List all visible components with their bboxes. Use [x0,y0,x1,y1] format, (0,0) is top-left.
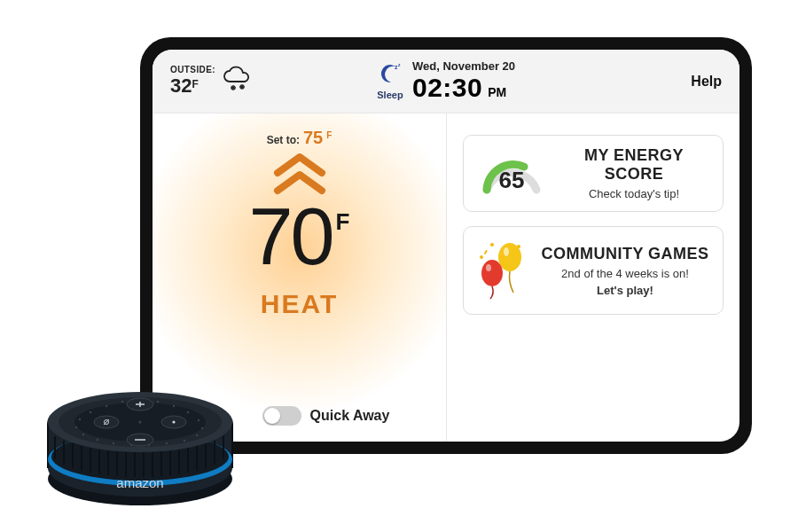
balloons-icon [476,238,529,303]
sleep-moon-icon: z z [377,63,403,90]
svg-point-39 [79,419,81,420]
svg-point-27 [187,411,189,413]
set-to-label: Set to: [267,134,300,146]
svg-point-35 [113,442,114,444]
sleep-mode-indicator: z z Sleep [377,63,403,100]
set-to-row: Set to: 75 F [267,128,332,148]
echo-mic-off-icon [94,416,119,428]
topbar: OUTSIDE: 32F [153,50,739,113]
device-brand-text: amazon [116,475,163,490]
current-temp-unit: F [336,208,350,236]
svg-point-16 [481,260,503,286]
community-card-title: COMMUNITY GAMES [540,245,710,263]
svg-rect-13 [484,250,488,254]
svg-point-41 [106,405,107,407]
svg-point-37 [82,434,84,435]
date-text: Wed, November 20 [412,59,515,73]
community-card-text: COMMUNITY GAMES 2nd of the 4 weeks is on… [540,245,710,297]
outside-temp-value: 32 [170,74,192,97]
cards-panel: 65 MY ENERGY SCORE Check today's tip! [447,113,739,442]
echo-volume-down-icon [127,434,153,446]
svg-point-29 [201,427,203,429]
set-to-value: 75 [303,128,323,148]
mode-label: HEAT [261,289,338,319]
svg-point-26 [173,405,175,407]
energy-score-card[interactable]: 65 MY ENERGY SCORE Check today's tip! [463,135,724,212]
svg-point-31 [184,440,185,442]
svg-point-10 [490,243,494,246]
energy-card-text: MY ENERGY SCORE Check today's tip! [558,146,710,200]
energy-card-sub: Check today's tip! [558,187,710,200]
svg-point-30 [196,434,198,436]
snow-cloud-icon [221,66,253,98]
outside-temp-unit: F [192,78,198,90]
svg-point-42 [121,401,123,403]
sleep-label: Sleep [377,90,403,100]
help-link[interactable]: Help [691,74,722,90]
toggle-knob [264,408,280,424]
community-card-sub2: Let's play! [540,284,710,297]
community-card-sub1: 2nd of the 4 weeks is on! [540,267,710,280]
energy-gauge: 65 [476,147,547,200]
set-to-unit: F [326,130,332,140]
quick-away-toggle[interactable] [262,406,301,426]
outside-label-col: OUTSIDE: 32F [170,65,215,98]
quick-away-row: Quick Away [209,406,390,426]
outside-weather: OUTSIDE: 32F [170,65,253,98]
svg-point-14 [498,243,521,271]
datetime-col: Wed, November 20 02:30 PM [412,59,515,103]
svg-point-40 [90,411,91,413]
svg-point-38 [75,426,77,428]
echo-action-icon [161,416,186,428]
current-temp-value: 70 [249,201,332,273]
svg-point-25 [157,401,159,403]
community-games-card[interactable]: COMMUNITY GAMES 2nd of the 4 weeks is on… [463,226,724,315]
echo-volume-up-icon [127,398,153,411]
svg-point-15 [504,247,509,256]
quick-away-label: Quick Away [310,408,390,424]
svg-point-17 [486,264,491,271]
outside-label: OUTSIDE: [170,65,215,74]
svg-point-32 [166,442,168,444]
ampm-text: PM [488,85,506,99]
svg-text:z: z [398,63,401,67]
time-line: 02:30 PM [412,73,515,103]
svg-point-52 [172,420,175,423]
current-temp-row: 70 F [249,201,350,273]
svg-point-53 [138,420,141,423]
time-text: 02:30 [412,73,482,103]
energy-card-title: MY ENERGY SCORE [558,146,710,184]
energy-score-value: 65 [499,167,525,194]
svg-point-11 [480,255,483,259]
svg-point-28 [198,419,200,421]
clock: z z Sleep Wed, November 20 02:30 PM [377,59,515,103]
svg-point-36 [97,439,98,441]
